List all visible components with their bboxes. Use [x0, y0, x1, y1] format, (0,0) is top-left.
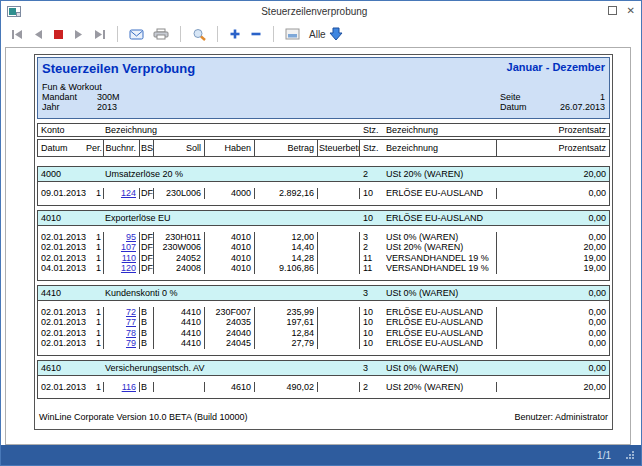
cell-bs: DF [140, 263, 154, 274]
report-period: Januar - Dezember [507, 61, 605, 76]
cell-bs: DF [140, 232, 154, 243]
first-page-icon [11, 29, 24, 40]
buchnr-link[interactable]: 110 [122, 253, 136, 263]
window-title: Steuerzeilenverprobung [21, 6, 608, 17]
group-konto: 4000 [38, 169, 102, 179]
mandant-label: Mandant [42, 92, 97, 102]
buchnr-link[interactable]: 107 [121, 242, 136, 252]
cell-bs: DF [140, 253, 154, 264]
cell-bezeichnung: USt 0% (WAREN) [383, 232, 497, 243]
cell-prozentsatz: 0,00 [497, 307, 609, 318]
cell-betrag: 27,79 [255, 338, 318, 349]
print-button[interactable] [151, 27, 171, 41]
group-stz-bezeichnung: USt 20% (WAREN) [383, 169, 497, 179]
cell-buchnr: 110 [104, 253, 140, 264]
cell-bezeichnung: USt 20% (WAREN) [383, 242, 497, 253]
report-window: Steuerzeilenverprobung ✕ [0, 0, 642, 466]
buchnr-link[interactable]: 120 [121, 263, 136, 273]
cell-steuerbetr [318, 188, 360, 199]
cell-stz: 10 [360, 328, 383, 339]
first-page-button[interactable] [9, 28, 26, 41]
stop-button[interactable] [51, 28, 66, 41]
cell-haben: 230F007 [205, 307, 255, 318]
cell-prozentsatz: 19,00 [497, 263, 609, 274]
buchnr-link[interactable]: 124 [121, 188, 136, 198]
cell-buchnr: 78 [104, 328, 140, 339]
col-betrag: Betrag [255, 140, 318, 156]
zoom-out-button[interactable] [248, 27, 264, 41]
buchnr-link[interactable]: 78 [126, 328, 136, 338]
preview-image-button[interactable] [283, 27, 302, 41]
cell-prozentsatz: 0,00 [497, 232, 609, 243]
group-rows: 09.01.2013 1 124 DF 230L006 4000 2.892,1… [37, 181, 610, 206]
cell-betrag: 12,00 [255, 232, 318, 243]
show-all-button[interactable]: Alle [307, 26, 345, 42]
col-bezeichnung3: Bezeichnung [383, 140, 497, 156]
close-button[interactable]: ✕ [627, 6, 635, 16]
company-name: Fun & Workout [42, 82, 120, 92]
cell-per: 1 [86, 263, 104, 274]
zoom-out-icon [250, 28, 262, 40]
cell-datum: 09.01.2013 [38, 188, 86, 199]
cell-soll [154, 382, 205, 393]
buchnr-link[interactable]: 116 [122, 382, 136, 392]
col-stz: Stz. [360, 125, 383, 135]
cell-bs: B [140, 382, 154, 393]
cell-per: 1 [86, 253, 104, 264]
zoom-in-button[interactable] [227, 27, 243, 41]
arrow-down-icon [329, 27, 343, 41]
resize-grip[interactable] [625, 450, 635, 460]
table-header-row1: Konto Bezeichnung Stz. Bezeichnung Proze… [37, 123, 610, 137]
version-text: WinLine Corporate Version 10.0 BETA (Bui… [39, 412, 247, 422]
cell-bezeichnung: ERLÖSE EU-AUSLAND [383, 338, 497, 349]
zoom-in-icon [229, 28, 241, 40]
group-stz: 3 [360, 363, 383, 373]
cell-buchnr: 72 [104, 307, 140, 318]
titlebar: Steuerzeilenverprobung ✕ [1, 1, 641, 21]
cell-stz: 10 [360, 338, 383, 349]
cell-steuerbetr [318, 328, 360, 339]
cell-buchnr: 116 [104, 382, 140, 393]
cell-prozentsatz: 0,00 [497, 188, 609, 199]
cell-haben: 4610 [205, 382, 255, 393]
col-soll: Soll [154, 140, 205, 156]
cell-per: 1 [86, 188, 104, 199]
cell-prozentsatz: 0,00 [497, 317, 609, 328]
datum-value: 26.07.2013 [540, 102, 605, 112]
table-row: 02.01.2013 1 72 B 4410 230F007 235,99 10… [38, 307, 609, 318]
group-konto: 4610 [38, 363, 102, 373]
buchnr-link[interactable]: 72 [126, 307, 136, 317]
account-group: 4610 Versicherungsentsch. AV 3 USt 0% (W… [37, 360, 610, 400]
buchnr-link[interactable]: 95 [126, 232, 136, 242]
next-page-button[interactable] [71, 28, 86, 41]
buchnr-link[interactable]: 79 [126, 338, 136, 348]
col-buchnr: Buchnr. [104, 140, 140, 156]
cell-bezeichnung: ERLÖSE EU-AUSLAND [383, 328, 497, 339]
cell-prozentsatz: 0,00 [497, 328, 609, 339]
cell-bs: DF [140, 188, 154, 199]
cell-bs: B [140, 307, 154, 318]
col-haben: Haben [205, 140, 255, 156]
cell-betrag: 235,99 [255, 307, 318, 318]
table-row: 02.01.2013 1 110 DF 24052 4010 14,28 11 … [38, 253, 609, 264]
buchnr-link[interactable]: 77 [126, 317, 136, 327]
group-rows: 02.01.2013 1 116 B 4610 490,02 2 USt 20%… [37, 375, 610, 400]
seite-value: 1 [540, 92, 605, 102]
cell-steuerbetr [318, 317, 360, 328]
cell-bs: B [140, 328, 154, 339]
datum-label: Datum [500, 102, 540, 112]
group-bezeichnung: Umsatzerlöse 20 % [102, 169, 360, 179]
table-row: 04.01.2013 1 120 DF 24008 4010 9.106,86 … [38, 263, 609, 274]
cell-haben: 4010 [205, 263, 255, 274]
cell-datum: 02.01.2013 [38, 317, 86, 328]
cell-betrag: 490,02 [255, 382, 318, 393]
cell-per: 1 [86, 242, 104, 253]
zoom-button[interactable] [190, 27, 208, 42]
cell-stz: 2 [360, 242, 383, 253]
last-page-button[interactable] [91, 28, 108, 41]
cell-haben: 4010 [205, 232, 255, 243]
previous-page-button[interactable] [31, 28, 46, 41]
cell-steuerbetr [318, 307, 360, 318]
send-mail-button[interactable] [127, 27, 146, 41]
maximize-button[interactable] [608, 6, 617, 17]
